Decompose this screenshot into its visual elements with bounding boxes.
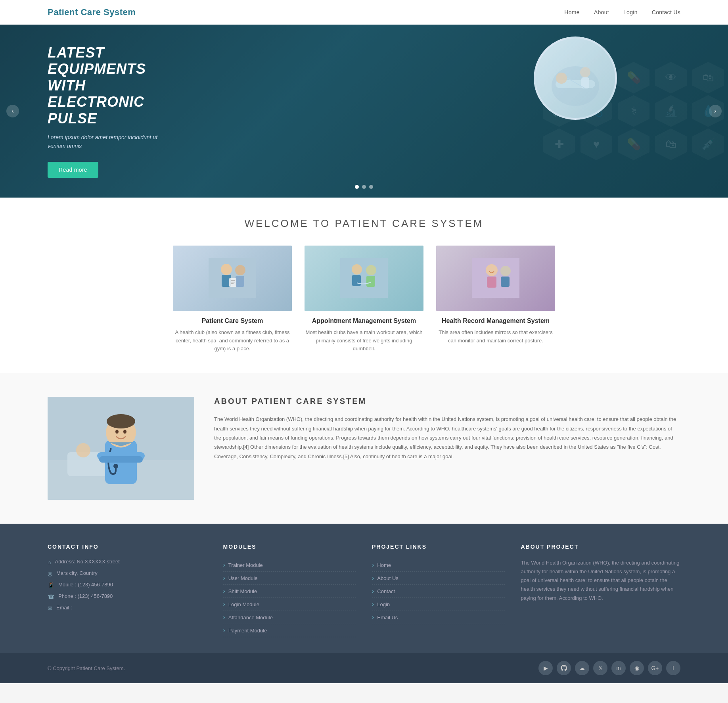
link-contact[interactable]: Contact — [372, 585, 505, 598]
footer-modules-col: MODULES Trainer Module User Module Shift… — [223, 544, 356, 637]
footer-grid: CONTACT INFO ⌂ Address: No.XXXXXX street… — [48, 544, 680, 653]
hero-prev-arrow[interactable]: ‹ — [6, 105, 19, 117]
link-email-us[interactable]: Email Us — [372, 611, 505, 624]
about-doctor-image — [48, 397, 194, 500]
hex-cell: ♥ — [580, 129, 612, 160]
google-plus-icon[interactable]: G+ — [648, 661, 662, 675]
hero-dots — [355, 185, 373, 189]
dribbble-icon[interactable]: ◉ — [630, 661, 644, 675]
svg-rect-22 — [487, 277, 496, 288]
module-user[interactable]: User Module — [223, 572, 356, 585]
link-home[interactable]: Home — [372, 559, 505, 572]
health-record-card: Health Record Management System This are… — [436, 246, 555, 353]
welcome-section: WELCOME TO PATIENT CARE SYSTEM — [0, 198, 728, 373]
hex-cell: ⚕ — [618, 95, 649, 127]
svg-rect-19 — [366, 276, 375, 287]
footer: CONTACT INFO ⌂ Address: No.XXXXXX street… — [0, 524, 728, 683]
health-record-image — [436, 246, 555, 311]
svg-point-32 — [113, 464, 118, 469]
hex-cell: 💉 — [692, 129, 724, 160]
svg-rect-35 — [99, 456, 143, 463]
svg-rect-10 — [236, 276, 244, 287]
about-content: ABOUT PATIENT CARE SYSTEM The World Heal… — [214, 397, 680, 461]
card-2-text: Most health clubs have a main workout ar… — [305, 328, 423, 353]
footer-links-col: PROJECT LINKS Home About Us Contact Logi… — [372, 544, 505, 637]
youtube-icon[interactable]: ▶ — [538, 661, 553, 675]
module-attendance[interactable]: Attandance Module — [223, 611, 356, 624]
patient-care-image — [173, 246, 292, 311]
module-trainer[interactable]: Trainer Module — [223, 559, 356, 572]
svg-rect-15 — [340, 258, 388, 298]
link-login[interactable]: Login — [372, 598, 505, 611]
footer-about-col: ABOUT PROJECT The World Health Organizat… — [521, 544, 680, 637]
svg-point-2 — [556, 73, 567, 84]
header: Patient Care System Home About Login Con… — [0, 0, 728, 25]
home-icon: ⌂ — [48, 559, 51, 565]
facebook-icon[interactable]: f — [666, 661, 680, 675]
hero-dot-3[interactable] — [369, 185, 373, 189]
site-logo: Patient Care System — [48, 7, 136, 17]
copyright-text: © Copyright Patient Care System. — [48, 665, 125, 671]
hex-cell: 💊 — [618, 62, 649, 94]
appointment-card: Appointment Management System Most healt… — [305, 246, 423, 353]
hex-cell: 👁 — [655, 62, 687, 94]
svg-point-7 — [221, 264, 232, 275]
footer-mobile: 📱 Mobile : (123) 456-7890 — [48, 582, 207, 588]
card-3-title: Health Record Management System — [436, 317, 555, 325]
hero-hex-background: ✚ ♥ 💊 👁 🛍 💉 🩺 ⚕ 🔬 💧 ✚ ♥ 💊 🛍 💉 — [291, 25, 728, 198]
module-payment[interactable]: Payment Module — [223, 624, 356, 637]
hero-read-more-button[interactable]: Read more — [48, 162, 98, 178]
footer-modules-title: MODULES — [223, 544, 356, 550]
social-links: ▶ ☁ 𝕏 in ◉ G+ f — [538, 661, 680, 675]
about-text: The World Health Organization (WHO), the… — [214, 415, 680, 461]
card-3-text: This area often includes mirrors so that… — [436, 328, 555, 345]
svg-point-36 — [115, 430, 119, 434]
hero-image-circle — [534, 36, 617, 120]
hero-next-arrow[interactable]: › — [709, 105, 722, 117]
svg-point-18 — [366, 265, 376, 275]
about-section: ABOUT PATIENT CARE SYSTEM The World Heal… — [0, 373, 728, 524]
hex-cell: ✚ — [543, 129, 575, 160]
module-shift[interactable]: Shift Module — [223, 585, 356, 598]
location-icon: ◎ — [48, 570, 52, 577]
hero-dot-2[interactable] — [362, 185, 366, 189]
patient-care-card: Patient Care System A health club (also … — [173, 246, 292, 353]
footer-modules-list: Trainer Module User Module Shift Module … — [223, 559, 356, 637]
svg-point-16 — [352, 264, 362, 275]
hex-cell: 🛍 — [692, 62, 724, 94]
svg-point-31 — [107, 414, 135, 428]
nav-contact[interactable]: Contact Us — [652, 9, 680, 15]
about-title: ABOUT PATIENT CARE SYSTEM — [214, 397, 680, 406]
footer-contact-title: CONTACT INFO — [48, 544, 207, 550]
hero-title: LATEST EQUIPMENTS WITH ELECTRONIC PULSE — [48, 44, 167, 127]
twitter-icon[interactable]: 𝕏 — [593, 661, 607, 675]
feature-cards-row: Patient Care System A health club (also … — [48, 246, 680, 353]
footer-bottom: © Copyright Patient Care System. ▶ ☁ 𝕏 i… — [0, 653, 728, 683]
footer-about-text: The World Health Organization (WHO), the… — [521, 559, 680, 602]
linkedin-icon[interactable]: in — [611, 661, 626, 675]
welcome-title: WELCOME TO PATIENT CARE SYSTEM — [48, 217, 680, 230]
footer-address: ⌂ Address: No.XXXXXX street — [48, 559, 207, 565]
footer-links-title: PROJECT LINKS — [372, 544, 505, 550]
svg-point-3 — [580, 67, 590, 77]
svg-rect-24 — [501, 277, 510, 287]
hex-cell: 🔬 — [655, 95, 687, 127]
nav-home[interactable]: Home — [564, 9, 580, 15]
nav-login[interactable]: Login — [623, 9, 638, 15]
skype-icon[interactable]: ☁ — [575, 661, 589, 675]
hex-cell: 🛍 — [655, 129, 687, 160]
nav-about[interactable]: About — [594, 9, 609, 15]
hero-dot-1[interactable] — [355, 185, 359, 189]
hex-cell: 💊 — [618, 129, 649, 160]
svg-point-21 — [486, 264, 498, 276]
card-1-text: A health club (also known as a fitness c… — [173, 328, 292, 353]
link-about-us[interactable]: About Us — [372, 572, 505, 585]
module-login[interactable]: Login Module — [223, 598, 356, 611]
hero-content: LATEST EQUIPMENTS WITH ELECTRONIC PULSE … — [0, 25, 214, 198]
footer-city: ◎ Mars city, Country — [48, 570, 207, 577]
hero-doctor-image — [536, 38, 615, 118]
hero-section: ✚ ♥ 💊 👁 🛍 💉 🩺 ⚕ 🔬 💧 ✚ ♥ 💊 🛍 💉 — [0, 25, 728, 198]
svg-point-37 — [123, 430, 126, 434]
github-icon[interactable] — [557, 661, 571, 675]
mobile-icon: 📱 — [48, 582, 54, 588]
